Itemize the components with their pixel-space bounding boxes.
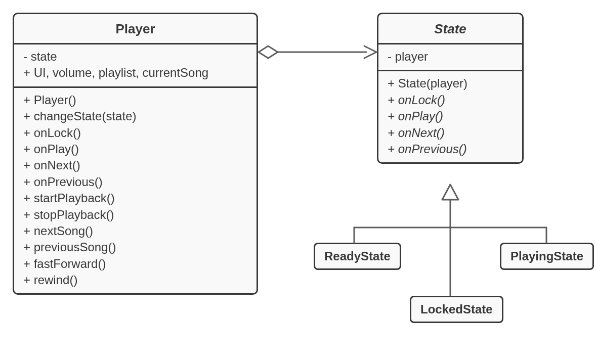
class-state-method: + onLock() [388,92,513,108]
class-player-method: + fastForward() [23,256,247,272]
uml-class-diagram: Player - state + UI, volume, playlist, c… [0,0,597,364]
class-player-attributes: - state + UI, volume, playlist, currentS… [14,44,257,86]
class-state-method: + onPrevious() [388,141,513,157]
class-player-method: + onPrevious() [23,174,247,190]
class-playingstate: PlayingState [500,243,594,270]
class-player-method: + nextSong() [23,223,247,239]
class-state-method: + State(player) [388,75,513,92]
class-player-method: + changeState(state) [23,108,247,124]
class-player-method: + onPlay() [23,141,247,157]
class-player-method: + stopPlayback() [23,207,247,223]
class-readystate: ReadyState [314,243,401,270]
class-player-attr: - state [23,49,247,65]
class-player-method: + startPlayback() [23,190,247,206]
class-player: Player - state + UI, volume, playlist, c… [13,13,258,295]
class-state-method: + onPlay() [388,108,513,124]
class-player-method: + onNext() [23,157,247,173]
class-state-title: State [378,14,522,44]
class-state-attributes: - player [378,44,522,70]
class-player-method: + Player() [23,92,247,108]
class-player-title: Player [14,14,257,44]
class-player-attr: + UI, volume, playlist, currentSong [23,65,247,81]
class-state-method: + onNext() [388,125,513,141]
class-state-methods: + State(player) + onLock() + onPlay() + … [378,70,522,162]
class-player-method: + rewind() [23,272,247,288]
class-lockedstate: LockedState [410,296,503,323]
class-player-method: + onLock() [23,125,247,141]
class-state-attr: - player [388,49,513,65]
class-state: State - player + State(player) + onLock(… [377,13,524,164]
class-player-methods: + Player() + changeState(state) + onLock… [14,86,257,294]
class-player-method: + previousSong() [23,239,247,255]
